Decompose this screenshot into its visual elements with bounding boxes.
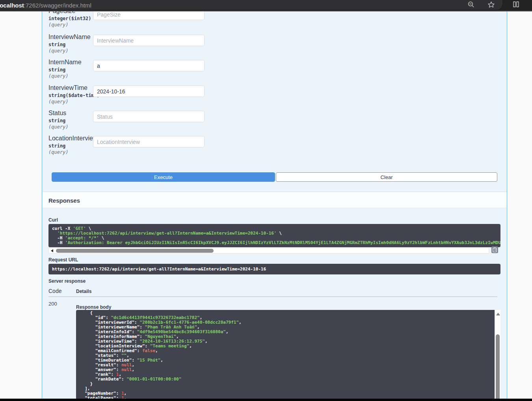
- param-name: Status: [48, 110, 66, 117]
- copy-to-clipboard-button[interactable]: [491, 246, 498, 253]
- param-row-locationinterview: LocationInterview string (query): [48, 135, 490, 160]
- param-name: InterviewName: [48, 34, 91, 41]
- table-divider: [48, 297, 497, 297]
- param-row-interviewname: InterviewName string (query): [48, 34, 490, 59]
- code-column-header: Code: [48, 288, 61, 294]
- swagger-page: localhost:7262/swagger/index.html PageSi…: [0, 0, 532, 401]
- url-path: :7262/swagger/index.html: [24, 2, 91, 9]
- param-in: (query): [48, 48, 69, 54]
- param-in: (query): [48, 22, 69, 28]
- scroll-left-arrow-icon[interactable]: [51, 249, 53, 252]
- address-url[interactable]: localhost:7262/swagger/index.html: [0, 2, 91, 9]
- curl-code: curl -X 'GET' \ 'https://localhost:7262/…: [48, 224, 500, 247]
- interviewname-input[interactable]: [93, 35, 205, 46]
- favorites-star-icon[interactable]: [488, 1, 495, 8]
- address-bar[interactable]: localhost:7262/swagger/index.html: [0, 0, 503, 10]
- param-in: (query): [48, 73, 69, 79]
- interviewtime-input[interactable]: [93, 86, 205, 97]
- param-name: InternName: [48, 59, 82, 66]
- responses-section-header: Responses: [42, 192, 507, 208]
- param-type: string: [48, 42, 65, 47]
- responses-title: Responses: [48, 197, 80, 204]
- request-url-value: https://localhost:7262/api/interview/get…: [48, 264, 500, 274]
- scrollbar-thumb[interactable]: [56, 249, 214, 253]
- status-input[interactable]: [93, 111, 205, 122]
- param-type: integer($int32): [48, 16, 91, 21]
- param-row-internname: InternName string (query): [48, 59, 490, 84]
- param-in: (query): [48, 99, 69, 104]
- server-response-label: Server response: [48, 278, 86, 284]
- param-name: InterviewTime: [48, 84, 87, 91]
- param-type: string: [48, 67, 65, 73]
- param-name: LocationInterview: [48, 135, 98, 142]
- param-type: string($date-time): [48, 93, 100, 98]
- param-row-status: Status string (query): [48, 110, 490, 135]
- param-type: string: [48, 118, 65, 123]
- curl-horizontal-scrollbar[interactable]: [48, 248, 489, 254]
- param-in: (query): [48, 149, 69, 155]
- scrollbar-thumb[interactable]: [496, 334, 500, 401]
- scroll-up-arrow-icon[interactable]: [496, 313, 500, 315]
- url-host: localhost: [0, 2, 24, 9]
- opblock-get-interview: PageSize integer($int32) (query) Intervi…: [42, 11, 507, 399]
- collections-book-icon[interactable]: [512, 1, 519, 8]
- curl-label: Curl: [48, 217, 58, 223]
- locationinterview-input[interactable]: [93, 136, 205, 147]
- zoom-out-icon[interactable]: [468, 1, 474, 8]
- execute-button[interactable]: Execute: [52, 172, 275, 182]
- details-column-header: Details: [76, 289, 91, 294]
- param-type: string: [48, 143, 65, 149]
- request-url-label: Request URL: [48, 257, 78, 263]
- param-row-interviewtime: InterviewTime string($date-time) (query): [48, 84, 490, 110]
- clear-button[interactable]: Clear: [276, 172, 497, 182]
- window-bottom-edge: [0, 399, 532, 401]
- response-vertical-scrollbar[interactable]: [495, 310, 500, 401]
- response-body-label: Response body: [76, 304, 111, 310]
- internname-input[interactable]: [93, 60, 205, 71]
- response-body-code: { "id": "dc1d6c4413f9441c97326732eabc178…: [76, 310, 500, 401]
- status-code: 200: [48, 301, 57, 307]
- param-in: (query): [48, 124, 69, 130]
- browser-toolbar: localhost:7262/swagger/index.html: [0, 0, 532, 11]
